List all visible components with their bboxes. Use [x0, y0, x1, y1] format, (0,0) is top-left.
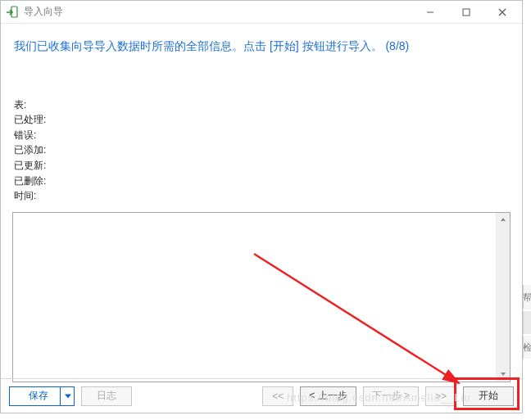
- label-error: 错误:: [14, 128, 36, 143]
- scrollbar-track[interactable]: [496, 213, 510, 382]
- page-headline: 我们已收集向导导入数据时所需的全部信息。点击 [开始] 按钮进行导入。 (8/8…: [14, 38, 509, 55]
- label-deleted: 已删除:: [14, 174, 46, 189]
- save-button[interactable]: 保存: [9, 386, 75, 406]
- minimize-button[interactable]: [412, 2, 448, 23]
- save-button-label: 保存: [29, 389, 48, 403]
- maximize-button[interactable]: [448, 2, 484, 23]
- scroll-up-button[interactable]: [496, 213, 510, 227]
- side-fragment: [523, 311, 531, 334]
- label-added: 已添加:: [14, 142, 46, 158]
- window-title: 导入向导: [24, 5, 412, 19]
- prev-button[interactable]: < 上一步: [300, 386, 356, 406]
- summary-block: 表: 已处理: 错误: 已添加: 已更新: 已删除: 时间:: [14, 97, 509, 204]
- last-page-button: >>: [425, 386, 456, 406]
- log-button: 日志: [81, 386, 132, 406]
- chevron-down-icon: [65, 394, 71, 398]
- side-fragment: 检: [523, 336, 531, 359]
- titlebar: 导入向导: [1, 1, 522, 24]
- footer-toolbar: 保存 日志 << < 上一步 下一步 > >> 开始: [1, 378, 522, 413]
- label-time: 时间:: [14, 188, 36, 204]
- label-updated: 已更新:: [14, 158, 46, 174]
- label-table: 表:: [14, 97, 26, 113]
- start-button[interactable]: 开始: [463, 386, 514, 406]
- close-button[interactable]: [484, 2, 520, 23]
- first-page-button: <<: [262, 386, 293, 406]
- next-button: 下一步 >: [363, 386, 419, 406]
- import-wizard-icon: [6, 6, 19, 19]
- label-processed: 已处理:: [14, 112, 46, 128]
- svg-rect-2: [463, 9, 470, 16]
- log-textarea[interactable]: [12, 212, 511, 382]
- side-fragment: 帮: [523, 285, 531, 309]
